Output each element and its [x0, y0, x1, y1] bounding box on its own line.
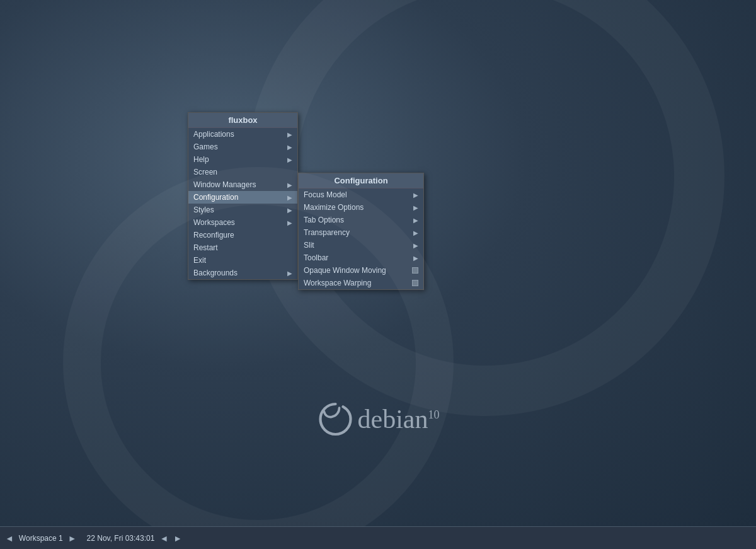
menu-item-help[interactable]: Help ▶: [188, 153, 297, 166]
submenu-arrow-icon: ▶: [287, 270, 292, 277]
taskbar-nav-next[interactable]: ►: [173, 533, 182, 543]
workspace-label: Workspace 1: [19, 534, 63, 543]
menu-item-backgrounds[interactable]: Backgrounds ▶: [188, 267, 297, 279]
menu-container: fluxbox Applications ▶ Games ▶ Help ▶ Sc…: [188, 112, 298, 280]
submenu-arrow-icon: ▶: [287, 207, 292, 214]
menu-item-configuration[interactable]: Configuration ▶: [188, 191, 297, 204]
checkbox-icon[interactable]: [412, 280, 418, 286]
workspace-prev-button[interactable]: ◄: [5, 533, 14, 543]
submenu-arrow-icon: ▶: [413, 204, 418, 211]
config-menu: Configuration Focus Model ▶ Maximize Opt…: [298, 173, 424, 290]
submenu-arrow-icon: ▶: [287, 194, 292, 201]
desktop: debian10 fluxbox Applications ▶ Games ▶ …: [0, 0, 756, 526]
menu-item-reconfigure[interactable]: Reconfigure: [188, 229, 297, 241]
menu-item-styles[interactable]: Styles ▶: [188, 204, 297, 216]
submenu-arrow-icon: ▶: [287, 182, 292, 188]
config-item-tab-options[interactable]: Tab Options ▶: [299, 214, 423, 226]
menu-item-restart[interactable]: Restart: [188, 241, 297, 254]
menu-item-games[interactable]: Games ▶: [188, 141, 297, 153]
submenu-arrow-icon: ▶: [287, 156, 292, 163]
submenu-arrow-icon: ▶: [413, 192, 418, 199]
submenu-arrow-icon: ▶: [287, 131, 292, 138]
submenu-arrow-icon: ▶: [287, 219, 292, 226]
menu-item-window-managers[interactable]: Window Managers ▶: [188, 178, 297, 191]
config-menu-title: Configuration: [299, 173, 423, 188]
menu-item-exit[interactable]: Exit: [188, 254, 297, 267]
config-item-toolbar[interactable]: Toolbar ▶: [299, 251, 423, 264]
submenu-arrow-icon: ▶: [413, 255, 418, 262]
config-item-workspace-warping[interactable]: Workspace Warping: [299, 277, 423, 289]
debian-logo: debian10: [317, 400, 440, 438]
menu-item-applications[interactable]: Applications ▶: [188, 128, 297, 141]
submenu-arrow-icon: ▶: [413, 217, 418, 224]
config-item-maximize-options[interactable]: Maximize Options ▶: [299, 201, 423, 214]
main-menu-title: fluxbox: [188, 113, 297, 128]
checkbox-icon[interactable]: [412, 267, 418, 274]
submenu-arrow-icon: ▶: [287, 144, 292, 151]
debian-swirl-icon: [317, 400, 355, 438]
workspace-next-button[interactable]: ►: [68, 533, 77, 543]
main-menu: fluxbox Applications ▶ Games ▶ Help ▶ Sc…: [188, 112, 298, 280]
submenu-arrow-icon: ▶: [413, 242, 418, 249]
taskbar-nav-prev[interactable]: ◄: [159, 533, 168, 543]
submenu-arrow-icon: ▶: [413, 229, 418, 236]
menu-item-screen[interactable]: Screen: [188, 166, 297, 178]
debian-text: debian10: [358, 404, 440, 434]
config-item-transparency[interactable]: Transparency ▶: [299, 226, 423, 239]
config-item-focus-model[interactable]: Focus Model ▶: [299, 188, 423, 201]
taskbar-datetime: 22 Nov, Fri 03:43:01: [87, 534, 155, 543]
taskbar: ◄ Workspace 1 ► 22 Nov, Fri 03:43:01 ◄ ►: [0, 526, 756, 549]
config-item-opaque-window-moving[interactable]: Opaque Window Moving: [299, 264, 423, 277]
config-item-slit[interactable]: Slit ▶: [299, 239, 423, 251]
menu-item-workspaces[interactable]: Workspaces ▶: [188, 216, 297, 229]
